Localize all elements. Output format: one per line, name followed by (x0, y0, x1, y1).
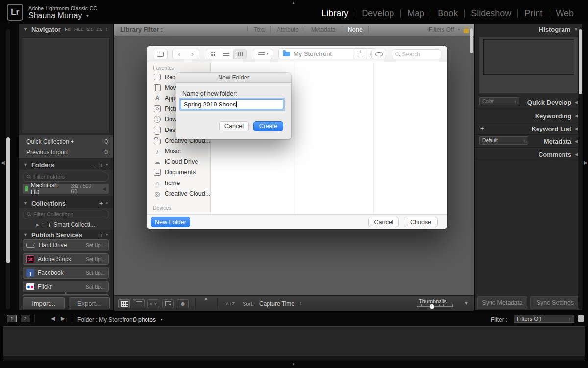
hide-bottom-panel-arrow[interactable]: ▼ (292, 362, 295, 367)
smart-collections-row[interactable]: ▶ Smart Collecti... (36, 220, 95, 229)
second-window-button[interactable]: 2 (21, 315, 30, 322)
service-setup-link[interactable]: Set Up... (86, 270, 105, 276)
histogram-header[interactable]: Histogram ▼ (475, 24, 582, 35)
volume-expand-icon[interactable]: ◀ (102, 186, 106, 191)
zoom-fill[interactable]: FILL (74, 27, 83, 32)
filter-none[interactable]: None (342, 26, 369, 33)
publish-service-hard-drive[interactable]: Hard Drive Set Up... (23, 239, 109, 251)
search-input[interactable] (402, 51, 436, 58)
filter-collections-input[interactable]: Filter Collections (23, 210, 109, 219)
photo-count[interactable]: 0 photos (133, 316, 156, 323)
add-folder-button[interactable]: + (99, 161, 103, 169)
share-button[interactable]: ↑ (353, 49, 368, 59)
sort-updown-icon[interactable]: ↕ (299, 301, 302, 306)
tags-button[interactable] (371, 49, 386, 59)
publish-services-header[interactable]: ▼ Publish Services +▾ (19, 229, 113, 240)
filmstrip-filter-lock[interactable] (578, 315, 584, 322)
service-setup-link[interactable]: Set Up... (86, 257, 105, 262)
module-slideshow[interactable]: Slideshow (465, 8, 517, 19)
identity-plate[interactable]: Shauna Murray ▼ (28, 11, 89, 20)
filter-metadata[interactable]: Metadata (305, 26, 342, 33)
folder-name-input[interactable]: Spring 2019 Shoes (181, 99, 283, 109)
forward-arrow[interactable]: ▶ (61, 315, 65, 322)
module-library[interactable]: Library (315, 8, 355, 19)
sync-settings-button[interactable]: Sync Settings (530, 296, 580, 309)
icon-view-button[interactable] (206, 49, 220, 59)
collections-header[interactable]: ▼ Collections +▾ (19, 197, 113, 209)
metadata-header[interactable]: Metadata ◀ (475, 135, 582, 147)
filter-folders-input[interactable]: Filter Folders (23, 172, 109, 182)
module-book[interactable]: Book (431, 8, 464, 19)
group-by-button[interactable]: ▾ (253, 49, 273, 59)
collapse-left-panel-arrow[interactable]: ◀ (1, 160, 5, 165)
left-scrollbar[interactable] (6, 137, 10, 263)
loupe-view-button[interactable] (133, 299, 145, 308)
zoom-1-1[interactable]: 1:1 (87, 27, 93, 32)
sidebar-item-creative-cloud[interactable]: ◎Creative Cloud... (154, 188, 208, 199)
histogram-plot[interactable] (483, 39, 574, 75)
dialog-choose-button[interactable]: Choose (404, 217, 438, 227)
add-publish-service-button[interactable]: + (99, 231, 103, 238)
publish-service-facebook[interactable]: f Facebook Set Up... (23, 267, 109, 279)
publish-service-flickr[interactable]: Flickr Set Up... (23, 281, 109, 292)
new-folder-button[interactable]: New Folder (151, 217, 190, 227)
collapse-right-panel-arrow[interactable]: ▶ (584, 160, 588, 165)
filmstrip[interactable] (3, 326, 585, 361)
back-button[interactable]: ‹ (172, 49, 186, 59)
folders-header[interactable]: ▼ Folders − +▾ (19, 159, 113, 171)
lock-icon[interactable] (464, 29, 469, 33)
comments-header[interactable]: Comments ◀ (475, 148, 582, 160)
toolbar-options-caret[interactable]: ▼ (464, 300, 469, 306)
people-view-button[interactable]: ☻ (177, 299, 189, 308)
zoom-ratio-updown-icon[interactable]: ↕ (106, 27, 108, 32)
sidebar-item-music[interactable]: ♪Music (154, 146, 208, 157)
module-map[interactable]: Map (401, 8, 431, 19)
modal-create-button[interactable]: Create (253, 121, 283, 131)
source-breadcrumb[interactable]: Folder : My Storefront (77, 316, 134, 323)
quick-collection-row[interactable]: Quick Collection + 0 (26, 137, 108, 147)
keyword-list-header[interactable]: Keyword List ◀ (475, 123, 582, 134)
sidebar-item-home[interactable]: ⌂home (154, 178, 208, 188)
sort-value-dropdown[interactable]: Capture Time (259, 300, 294, 307)
survey-view-button[interactable] (162, 299, 174, 308)
sidebar-toggle-button[interactable] (153, 49, 168, 59)
modal-cancel-button[interactable]: Cancel (219, 121, 249, 131)
module-web[interactable]: Web (549, 8, 580, 19)
export-button[interactable]: Export... (69, 297, 110, 309)
sort-direction-icon[interactable]: A↕Z (226, 301, 235, 306)
module-develop[interactable]: Develop (355, 8, 400, 19)
grid-view-button[interactable] (118, 299, 130, 308)
content-scrollbar[interactable] (470, 28, 473, 53)
service-setup-link[interactable]: Set Up... (86, 243, 105, 248)
filmstrip-scroll-rail[interactable] (3, 356, 585, 361)
show-top-panel-arrow[interactable]: ▲ (292, 0, 295, 5)
back-arrow[interactable]: ◀ (51, 315, 55, 322)
search-field[interactable] (392, 49, 441, 59)
filmstrip-filter-dropdown[interactable]: Filters Off ↕ (514, 315, 574, 323)
quick-develop-header[interactable]: Quick Develop ◀ (475, 96, 582, 108)
module-print[interactable]: Print (518, 8, 549, 19)
keywording-header[interactable]: Keywording ◀ (475, 110, 582, 122)
thumbnail-slider-track[interactable] (417, 306, 453, 307)
filter-text[interactable]: Text (247, 26, 271, 33)
dialog-cancel-button[interactable]: Cancel (368, 217, 399, 227)
filter-attribute[interactable]: Attribute (271, 26, 305, 33)
panel-end-caret-icon[interactable]: ▾ (19, 291, 113, 295)
compare-view-button[interactable]: X Y (147, 299, 159, 308)
list-view-button[interactable] (220, 49, 233, 59)
remove-folder-button[interactable]: − (93, 161, 97, 169)
forward-button[interactable]: › (186, 49, 199, 59)
column-view-button[interactable] (233, 49, 246, 59)
zoom-3-1[interactable]: 3:1 (96, 27, 102, 32)
publish-service-adobe-stock[interactable]: St Adobe Stock Set Up... (23, 253, 109, 265)
navigator-header[interactable]: ▼ Navigator FIT FILL 1:1 3:1 ↕ (19, 24, 113, 35)
import-button[interactable]: Import... (23, 297, 65, 309)
filter-preset-dropdown[interactable]: Filters Off (429, 26, 454, 33)
expand-icon[interactable]: ▶ (36, 223, 39, 227)
main-window-button[interactable]: 1 (7, 315, 17, 322)
add-collection-button[interactable]: + (99, 200, 103, 207)
sidebar-item-documents[interactable]: Documents (154, 167, 208, 178)
previous-import-row[interactable]: Previous Import 0 (26, 147, 108, 157)
sidebar-item-icloud-drive[interactable]: ☁iCloud Drive (154, 157, 208, 167)
service-setup-link[interactable]: Set Up... (86, 284, 105, 289)
